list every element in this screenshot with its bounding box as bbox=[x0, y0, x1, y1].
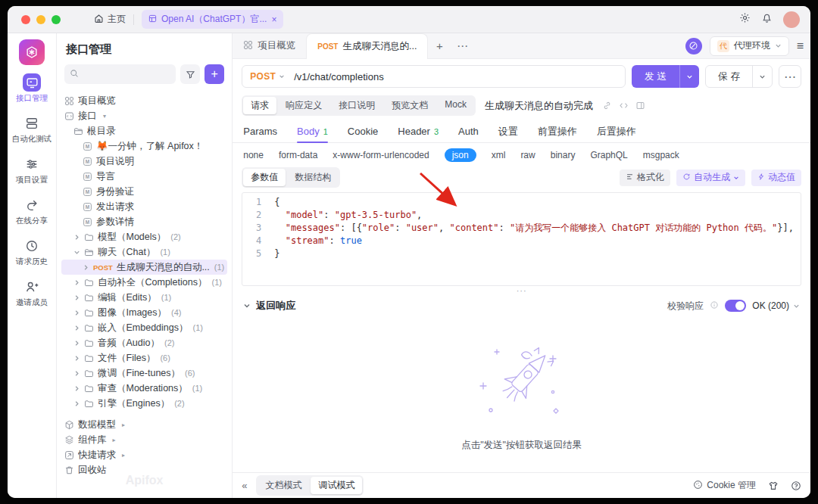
doc-mode-tab-3[interactable]: 预览文档 bbox=[384, 97, 436, 114]
tree-item[interactable]: 自动补全（Completions）(1) bbox=[61, 275, 227, 290]
chevron-right-icon[interactable] bbox=[73, 294, 80, 301]
tree-item[interactable]: 图像（Images）(4) bbox=[61, 305, 227, 320]
project-logo[interactable] bbox=[19, 39, 45, 65]
request-tab-设置[interactable]: 设置 bbox=[498, 120, 518, 142]
view-mode-tab-0[interactable]: 文档模式 bbox=[258, 477, 309, 494]
tree-item[interactable]: M身份验证 bbox=[61, 184, 227, 199]
doc-mode-tab-2[interactable]: 接口说明 bbox=[331, 97, 382, 114]
view-mode-tab-1[interactable]: 调试模式 bbox=[311, 477, 362, 494]
project-tab-close-icon[interactable]: × bbox=[271, 14, 276, 25]
tree-item[interactable]: M发出请求 bbox=[61, 199, 227, 214]
proxy-status-icon[interactable] bbox=[685, 38, 702, 54]
body-type-json[interactable]: json bbox=[445, 148, 476, 162]
chevron-right-icon[interactable] bbox=[73, 385, 80, 392]
tree-item[interactable]: 快捷请求▸ bbox=[61, 447, 227, 462]
notifications-bell-icon[interactable] bbox=[761, 12, 773, 26]
new-tab-button[interactable]: + bbox=[428, 33, 451, 58]
rail-item-online-share[interactable]: 在线分享 bbox=[12, 197, 52, 226]
save-options-chevron[interactable] bbox=[752, 66, 772, 87]
response-status-dropdown[interactable]: OK (200) bbox=[752, 300, 800, 311]
tree-item[interactable]: 文件（Files）(6) bbox=[61, 350, 227, 366]
send-options-chevron[interactable] bbox=[679, 65, 699, 88]
tree-item[interactable]: M项目说明 bbox=[61, 154, 227, 169]
document-tab-1[interactable]: POST生成聊天消息的... bbox=[306, 33, 428, 59]
rail-item-automation-test[interactable]: 自动化测试 bbox=[12, 115, 52, 145]
tree-item[interactable]: 模型（Models）(2) bbox=[61, 229, 227, 244]
help-icon[interactable] bbox=[791, 481, 801, 491]
body-type-msgpack[interactable]: msgpack bbox=[643, 150, 679, 160]
tree-item[interactable]: 组件库▸ bbox=[61, 432, 227, 447]
code-icon[interactable] bbox=[619, 101, 629, 110]
filter-button[interactable] bbox=[180, 64, 200, 84]
collapse-sidebar-icon[interactable]: « bbox=[242, 480, 247, 491]
request-tab-params[interactable]: Params bbox=[243, 120, 277, 142]
chevron-right-icon[interactable] bbox=[73, 370, 80, 377]
tree-item[interactable]: M参数详情 bbox=[61, 214, 227, 229]
panel-resize-handle[interactable]: ··· bbox=[233, 286, 810, 295]
body-type-xml[interactable]: xml bbox=[492, 150, 506, 160]
body-type-graphql[interactable]: GraphQL bbox=[590, 150, 627, 160]
request-more-button[interactable]: ⋯ bbox=[779, 65, 801, 88]
tree-item[interactable]: M导言 bbox=[61, 169, 227, 184]
cookie-manager-button[interactable]: Cookie 管理 bbox=[693, 479, 756, 492]
chevron-right-icon[interactable] bbox=[73, 234, 80, 241]
send-button[interactable]: 发送 bbox=[632, 65, 699, 88]
editor-mode-tab-1[interactable]: 数据结构 bbox=[287, 169, 339, 186]
add-api-button[interactable]: + bbox=[204, 64, 224, 84]
auto-generate-button[interactable]: 自动生成 bbox=[676, 170, 745, 186]
rail-item-project-settings[interactable]: 项目设置 bbox=[12, 156, 52, 185]
theme-shirt-icon[interactable] bbox=[768, 481, 779, 491]
close-window-button[interactable] bbox=[21, 15, 30, 24]
rail-item-request-history[interactable]: 请求历史 bbox=[12, 238, 52, 267]
tree-item[interactable]: 接口▾ bbox=[61, 108, 227, 123]
tree-item[interactable]: 项目概览 bbox=[61, 93, 227, 108]
editor-mode-tab-0[interactable]: 参数值 bbox=[243, 169, 286, 186]
method-dropdown[interactable]: POST bbox=[250, 71, 285, 82]
tree-item[interactable]: 音频（Audio）(2) bbox=[61, 335, 227, 350]
tree-item[interactable]: 微调（Fine-tunes）(6) bbox=[61, 366, 227, 381]
tree-item[interactable]: 编辑（Edits）(1) bbox=[61, 290, 227, 305]
minimize-window-button[interactable] bbox=[36, 15, 45, 24]
request-tab-前置操作[interactable]: 前置操作 bbox=[538, 120, 577, 142]
json-body-editor[interactable]: 12345 { "model": "gpt-3.5-turbo", "messa… bbox=[242, 192, 801, 286]
home-tab[interactable]: 主页 bbox=[94, 13, 126, 26]
request-tab-header[interactable]: Header3 bbox=[398, 120, 439, 142]
tree-item[interactable]: 引擎（Engines）(2) bbox=[61, 396, 227, 411]
body-type-form-data[interactable]: form-data bbox=[279, 150, 317, 160]
layout-panel-icon[interactable] bbox=[635, 101, 645, 110]
copy-link-icon[interactable] bbox=[602, 101, 612, 110]
chevron-right-icon[interactable] bbox=[73, 340, 80, 347]
body-type-raw[interactable]: raw bbox=[520, 150, 535, 160]
tree-item[interactable]: 聊天（Chat）(1) bbox=[61, 244, 227, 260]
chevron-right-icon[interactable] bbox=[73, 355, 80, 362]
doc-mode-tab-4[interactable]: Mock bbox=[437, 97, 474, 114]
validate-response-toggle[interactable] bbox=[725, 300, 746, 312]
body-type-none[interactable]: none bbox=[243, 150, 264, 160]
tree-item-selected[interactable]: POST生成聊天消息的自动...(1) bbox=[61, 260, 227, 275]
search-input[interactable] bbox=[83, 69, 170, 79]
tree-item[interactable]: M🦊一分钟，了解 Apifox！ bbox=[61, 138, 227, 154]
rail-item-api-management[interactable]: 接口管理 bbox=[12, 74, 52, 104]
zoom-window-button[interactable] bbox=[52, 15, 61, 24]
tree-item[interactable]: 回收站 bbox=[61, 462, 227, 478]
tree-item[interactable]: 审查（Moderations）(1) bbox=[61, 381, 227, 396]
search-box[interactable] bbox=[64, 64, 176, 84]
tree-item[interactable]: 数据模型▸ bbox=[61, 417, 227, 432]
request-tab-cookie[interactable]: Cookie bbox=[348, 120, 378, 142]
format-button[interactable]: 格式化 bbox=[620, 170, 670, 186]
project-tab[interactable]: Open AI（ChatGPT）官... × bbox=[142, 10, 283, 29]
collapse-response-icon[interactable] bbox=[243, 302, 251, 310]
chevron-right-icon[interactable] bbox=[73, 400, 80, 407]
request-tab-auth[interactable]: Auth bbox=[458, 120, 479, 142]
editor-code[interactable]: { "model": "gpt-3.5-turbo", "messages": … bbox=[268, 193, 794, 285]
request-tab-body[interactable]: Body1 bbox=[297, 120, 328, 142]
user-avatar[interactable] bbox=[783, 11, 800, 28]
chevron-right-icon[interactable] bbox=[83, 264, 89, 271]
body-type-binary[interactable]: binary bbox=[551, 150, 576, 160]
document-tab-0[interactable]: 项目概览 bbox=[233, 33, 306, 58]
rail-item-invite-member[interactable]: 邀请成员 bbox=[12, 278, 52, 308]
env-menu-icon[interactable]: ≡ bbox=[797, 39, 803, 53]
request-tab-后置操作[interactable]: 后置操作 bbox=[597, 120, 636, 142]
chevron-right-icon[interactable] bbox=[73, 325, 80, 331]
tree-item[interactable]: 根目录 bbox=[61, 123, 227, 138]
